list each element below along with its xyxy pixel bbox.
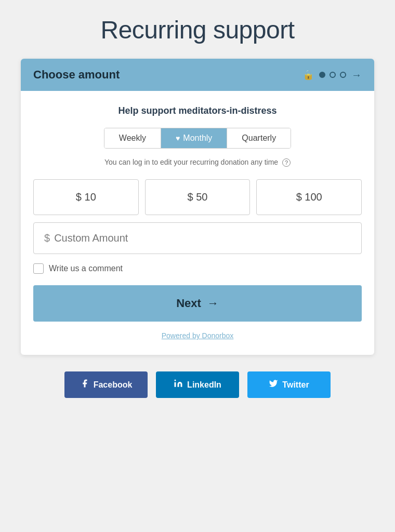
amount-10[interactable]: $ 10 bbox=[33, 179, 139, 215]
facebook-icon bbox=[80, 379, 89, 391]
social-buttons: Facebook LinkedIn Twitter bbox=[21, 371, 374, 398]
svg-point-0 bbox=[175, 380, 176, 381]
header-right: 🔒 → bbox=[302, 69, 362, 81]
amount-100[interactable]: $ 100 bbox=[256, 179, 362, 215]
page-wrapper: Recurring support Choose amount 🔒 → Help… bbox=[21, 16, 374, 398]
powered-by-link[interactable]: Powered by Donorbox bbox=[162, 331, 234, 340]
tab-group: Weekly ♥ Monthly Quarterly bbox=[104, 128, 291, 149]
page-title: Recurring support bbox=[100, 16, 294, 44]
amount-50[interactable]: $ 50 bbox=[145, 179, 251, 215]
frequency-tabs: Weekly ♥ Monthly Quarterly bbox=[33, 128, 362, 149]
card-subtitle: Help support meditators-in-distress bbox=[33, 105, 362, 116]
linkedin-icon bbox=[174, 379, 183, 391]
help-icon[interactable]: ? bbox=[282, 158, 291, 167]
facebook-button[interactable]: Facebook bbox=[64, 371, 148, 398]
card-header: Choose amount 🔒 → bbox=[21, 59, 374, 91]
heart-icon: ♥ bbox=[176, 134, 180, 142]
tab-weekly[interactable]: Weekly bbox=[104, 128, 161, 148]
tab-quarterly[interactable]: Quarterly bbox=[227, 128, 291, 148]
linkedin-button[interactable]: LinkedIn bbox=[156, 371, 239, 398]
header-arrow-icon: → bbox=[351, 69, 362, 81]
custom-amount-input[interactable] bbox=[54, 232, 351, 244]
card-header-title: Choose amount bbox=[33, 68, 120, 82]
info-text: You can log in to edit your recurring do… bbox=[33, 158, 362, 167]
step-dot-1 bbox=[319, 72, 325, 78]
powered-by: Powered by Donorbox bbox=[33, 331, 362, 340]
step-dot-2 bbox=[330, 72, 336, 78]
amount-grid: $ 10 $ 50 $ 100 bbox=[33, 179, 362, 215]
donation-card: Choose amount 🔒 → Help support meditator… bbox=[21, 59, 374, 355]
twitter-button[interactable]: Twitter bbox=[247, 371, 331, 398]
next-button[interactable]: Next → bbox=[33, 285, 362, 322]
step-dots bbox=[319, 72, 346, 78]
card-body: Help support meditators-in-distress Week… bbox=[21, 91, 374, 355]
lock-icon: 🔒 bbox=[302, 69, 314, 81]
comment-checkbox[interactable] bbox=[33, 263, 44, 274]
custom-amount-wrapper: $ bbox=[33, 222, 362, 254]
step-dot-3 bbox=[340, 72, 346, 78]
dollar-sign: $ bbox=[44, 232, 50, 244]
next-arrow-icon: → bbox=[207, 297, 219, 310]
twitter-icon bbox=[269, 379, 278, 391]
comment-label: Write us a comment bbox=[49, 264, 123, 273]
comment-row: Write us a comment bbox=[33, 263, 362, 274]
tab-monthly[interactable]: ♥ Monthly bbox=[161, 128, 227, 148]
